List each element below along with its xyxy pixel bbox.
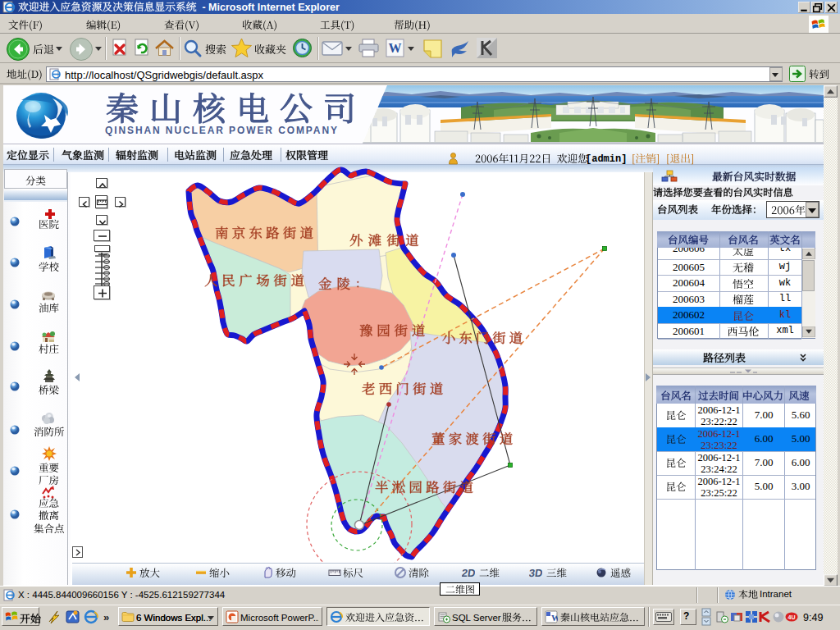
svg-text:W: W <box>551 613 558 623</box>
svg-text:2D: 2D <box>462 567 475 579</box>
svg-text:4U: 4U <box>788 614 796 620</box>
svg-text:3D: 3D <box>529 567 542 579</box>
svg-text:W: W <box>389 41 402 55</box>
